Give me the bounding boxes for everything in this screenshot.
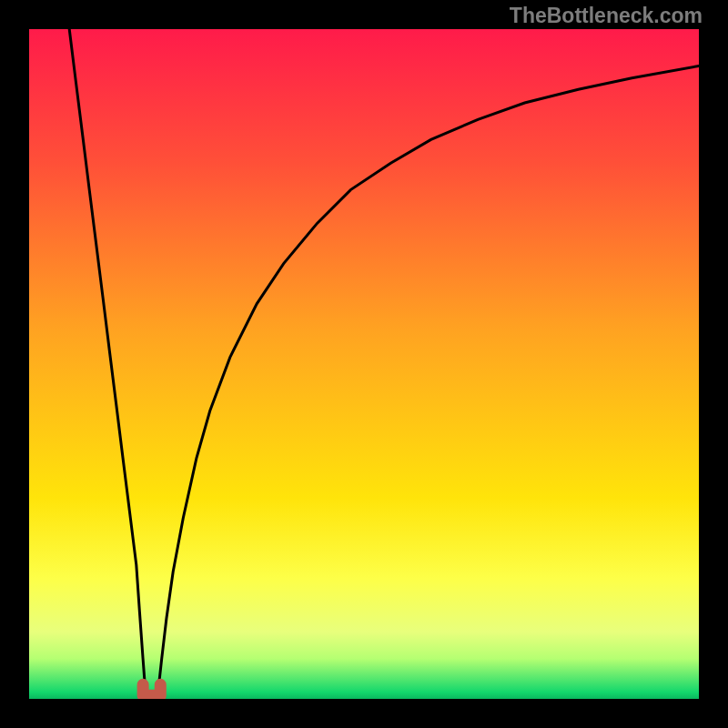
plot-svg <box>29 29 699 699</box>
attribution-text: TheBottleneck.com <box>510 4 703 28</box>
plot-area <box>29 29 699 699</box>
gradient-background <box>29 29 699 699</box>
chart-frame: { "attribution": "TheBottleneck.com", "c… <box>0 0 728 728</box>
